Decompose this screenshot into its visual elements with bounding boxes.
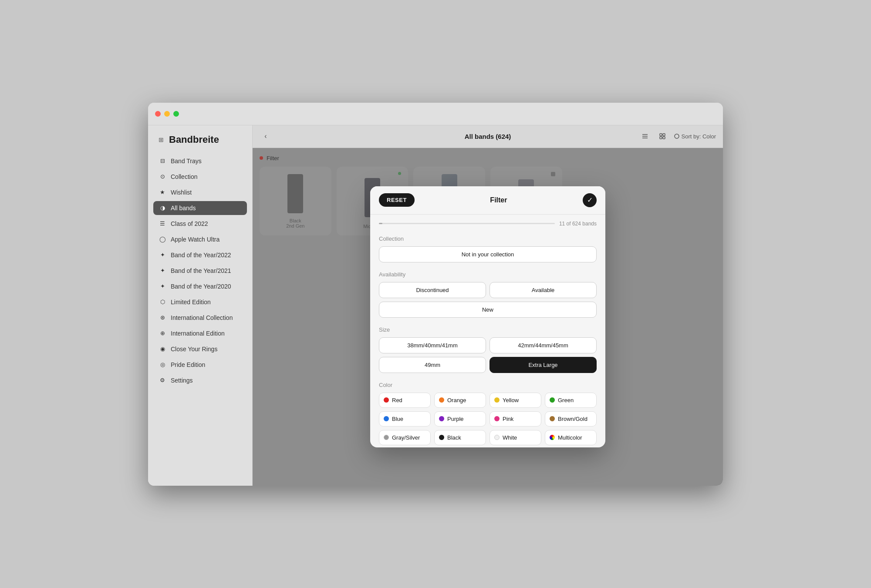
multicolor-dot — [550, 435, 555, 440]
green-color-dot — [550, 397, 555, 403]
size-small-button[interactable]: 38mm/40mm/41mm — [379, 337, 486, 353]
sidebar-item-close-rings[interactable]: ◉ Close Your Rings — [153, 342, 247, 356]
sidebar-item-label: Apple Watch Ultra — [171, 236, 242, 243]
modal-overlay[interactable]: RESET Filter ✓ — [253, 148, 723, 486]
apple-watch-ultra-icon: ◯ — [159, 235, 166, 243]
size-xl-button[interactable]: Extra Large — [490, 357, 597, 373]
done-button[interactable]: ✓ — [583, 193, 597, 207]
sidebar-item-intl-edition[interactable]: ⊕ International Edition — [153, 326, 247, 340]
size-section-title: Size — [379, 326, 597, 333]
svg-rect-4 — [663, 134, 665, 136]
size-large-button[interactable]: 42mm/44mm/45mm — [490, 337, 597, 353]
sidebar-item-band-trays[interactable]: ⊟ Band Trays — [153, 154, 247, 168]
availability-section: Availability Discontinued Available New — [379, 271, 597, 318]
sidebar-item-band-year-2020[interactable]: ✦ Band of the Year/2020 — [153, 279, 247, 293]
sidebar-item-pride-edition[interactable]: ◎ Pride Edition — [153, 358, 247, 372]
sidebar-item-label: Band Trays — [171, 158, 242, 165]
main-header: ‹ All bands (624) — [253, 125, 723, 148]
size-49-button[interactable]: 49mm — [379, 357, 486, 373]
main-content: Filter Black2nd Gen — [253, 148, 723, 486]
not-in-collection-button[interactable]: Not in your collection — [379, 246, 597, 262]
header-actions: Sort by: Color — [639, 130, 716, 142]
sidebar-item-label: Settings — [171, 377, 242, 384]
sidebar-item-label: Band of the Year/2020 — [171, 283, 242, 290]
back-button[interactable]: ‹ — [260, 130, 272, 142]
collection-icon: ⊙ — [159, 173, 166, 181]
color-options: Red Orange Yellow — [379, 393, 597, 445]
app-window: ⊞ Bandbreite ⊟ Band Trays ⊙ Collection ★… — [148, 103, 723, 486]
sidebar-item-label: Band of the Year/2022 — [171, 252, 242, 259]
color-section-title: Color — [379, 382, 597, 388]
discontinued-button[interactable]: Discontinued — [379, 282, 486, 298]
color-gray-silver-label: Gray/Silver — [392, 434, 420, 441]
sidebar-item-label: Collection — [171, 173, 242, 180]
sidebar-item-collection[interactable]: ⊙ Collection — [153, 170, 247, 184]
new-option: New — [379, 302, 597, 318]
color-multicolor-button[interactable]: Multicolor — [545, 430, 597, 445]
close-button[interactable] — [155, 111, 161, 117]
sidebar-item-all-bands[interactable]: ◑ All bands — [153, 201, 247, 215]
grid-view-button[interactable] — [656, 130, 668, 142]
color-orange-button[interactable]: Orange — [434, 393, 486, 408]
color-blue-button[interactable]: Blue — [379, 411, 431, 427]
availability-options: Discontinued Available — [379, 282, 597, 298]
sidebar-item-label: Band of the Year/2021 — [171, 267, 242, 274]
orange-color-dot — [439, 397, 444, 403]
settings-icon: ⚙ — [159, 376, 166, 384]
size-section: Size 38mm/40mm/41mm 42mm/44mm/45mm 49mm … — [379, 326, 597, 373]
color-purple-label: Purple — [447, 416, 464, 422]
new-button[interactable]: New — [379, 302, 597, 318]
color-pink-button[interactable]: Pink — [490, 411, 541, 427]
sidebar-item-label: Class of 2022 — [171, 220, 242, 227]
sidebar-item-apple-watch-ultra[interactable]: ◯ Apple Watch Ultra — [153, 232, 247, 246]
sidebar-item-limited-edition[interactable]: ⬡ Limited Edition — [153, 295, 247, 309]
list-view-button[interactable] — [639, 130, 651, 142]
sidebar-item-label: Limited Edition — [171, 299, 242, 306]
sidebar-item-label: All bands — [171, 205, 242, 212]
pink-color-dot — [494, 416, 500, 421]
gray-silver-color-dot — [384, 435, 389, 440]
color-brown-gold-button[interactable]: Brown/Gold — [545, 411, 597, 427]
color-brown-gold-label: Brown/Gold — [558, 416, 587, 422]
color-red-label: Red — [392, 397, 402, 403]
progress-bar-fill — [379, 223, 382, 224]
band-year-2021-icon: ✦ — [159, 267, 166, 275]
size-options: 38mm/40mm/41mm 42mm/44mm/45mm 49mm Extra… — [379, 337, 597, 373]
yellow-color-dot — [494, 397, 500, 403]
app-title: Bandbreite — [169, 134, 219, 145]
sidebar-item-band-year-2021[interactable]: ✦ Band of the Year/2021 — [153, 264, 247, 278]
svg-point-7 — [675, 134, 679, 138]
sidebar-item-intl-collection[interactable]: ⊛ International Collection — [153, 311, 247, 325]
color-white-button[interactable]: White — [490, 430, 541, 445]
main-area: ‹ All bands (624) — [253, 125, 723, 486]
modal-body[interactable]: 11 of 624 bands Collection Not in your c… — [370, 215, 605, 447]
color-yellow-button[interactable]: Yellow — [490, 393, 541, 408]
minimize-button[interactable] — [164, 111, 170, 117]
color-red-button[interactable]: Red — [379, 393, 431, 408]
band-year-2020-icon: ✦ — [159, 282, 166, 290]
color-black-button[interactable]: Black — [434, 430, 486, 445]
app-content: ⊞ Bandbreite ⊟ Band Trays ⊙ Collection ★… — [148, 125, 723, 486]
sidebar-item-settings[interactable]: ⚙ Settings — [153, 373, 247, 387]
color-gray-silver-button[interactable]: Gray/Silver — [379, 430, 431, 445]
sidebar-item-label: International Collection — [171, 314, 242, 321]
maximize-button[interactable] — [173, 111, 179, 117]
progress-bar-track — [379, 223, 555, 224]
sidebar-item-band-year-2022[interactable]: ✦ Band of the Year/2022 — [153, 248, 247, 262]
available-button[interactable]: Available — [490, 282, 597, 298]
sort-button[interactable]: Sort by: Color — [674, 133, 716, 140]
svg-rect-5 — [660, 137, 662, 139]
sidebar-item-class-2022[interactable]: ☰ Class of 2022 — [153, 217, 247, 231]
svg-rect-6 — [663, 137, 665, 139]
close-rings-icon: ◉ — [159, 345, 166, 353]
reset-button[interactable]: RESET — [379, 193, 415, 207]
collection-section: Collection Not in your collection — [379, 235, 597, 262]
sort-label: Sort by: Color — [682, 133, 716, 140]
sidebar-header: ⊞ Bandbreite — [153, 134, 247, 145]
color-purple-button[interactable]: Purple — [434, 411, 486, 427]
color-orange-label: Orange — [447, 397, 466, 403]
progress-bar-container: 11 of 624 bands — [379, 221, 597, 227]
sidebar-item-wishlist[interactable]: ★ Wishlist — [153, 185, 247, 199]
color-green-button[interactable]: Green — [545, 393, 597, 408]
color-yellow-label: Yellow — [503, 397, 519, 403]
